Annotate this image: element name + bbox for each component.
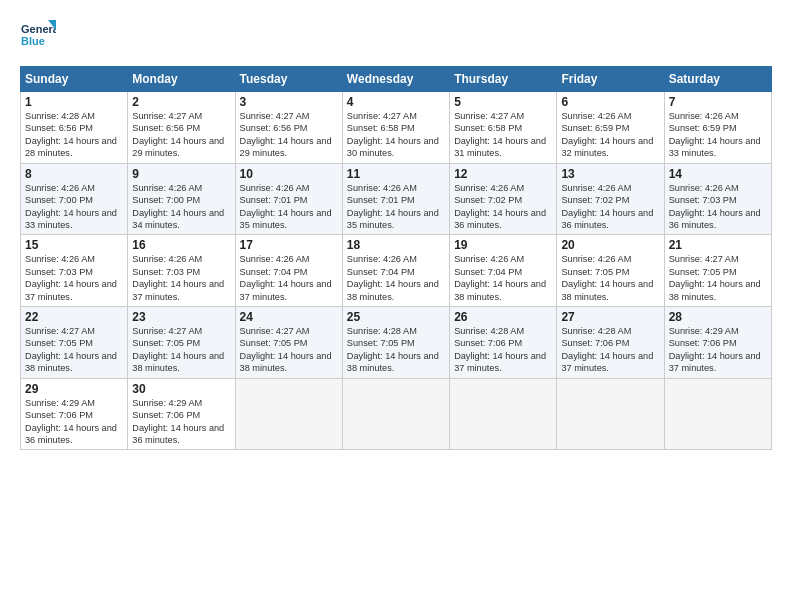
day-detail: Sunrise: 4:26 AM Sunset: 7:03 PM Dayligh… — [669, 182, 767, 232]
calendar-cell: 13Sunrise: 4:26 AM Sunset: 7:02 PM Dayli… — [557, 163, 664, 235]
calendar-cell: 16Sunrise: 4:26 AM Sunset: 7:03 PM Dayli… — [128, 235, 235, 307]
calendar-cell: 1Sunrise: 4:28 AM Sunset: 6:56 PM Daylig… — [21, 92, 128, 164]
day-number: 28 — [669, 310, 767, 324]
day-detail: Sunrise: 4:27 AM Sunset: 6:58 PM Dayligh… — [454, 110, 552, 160]
day-detail: Sunrise: 4:29 AM Sunset: 7:06 PM Dayligh… — [25, 397, 123, 447]
day-detail: Sunrise: 4:27 AM Sunset: 6:56 PM Dayligh… — [132, 110, 230, 160]
day-number: 14 — [669, 167, 767, 181]
day-detail: Sunrise: 4:27 AM Sunset: 7:05 PM Dayligh… — [132, 325, 230, 375]
day-number: 12 — [454, 167, 552, 181]
day-number: 19 — [454, 238, 552, 252]
day-number: 11 — [347, 167, 445, 181]
calendar-cell: 5Sunrise: 4:27 AM Sunset: 6:58 PM Daylig… — [450, 92, 557, 164]
calendar-cell: 20Sunrise: 4:26 AM Sunset: 7:05 PM Dayli… — [557, 235, 664, 307]
day-detail: Sunrise: 4:26 AM Sunset: 6:59 PM Dayligh… — [669, 110, 767, 160]
calendar-body: 1Sunrise: 4:28 AM Sunset: 6:56 PM Daylig… — [21, 92, 772, 450]
day-number: 20 — [561, 238, 659, 252]
calendar-cell: 27Sunrise: 4:28 AM Sunset: 7:06 PM Dayli… — [557, 307, 664, 379]
calendar-cell: 8Sunrise: 4:26 AM Sunset: 7:00 PM Daylig… — [21, 163, 128, 235]
calendar-cell: 18Sunrise: 4:26 AM Sunset: 7:04 PM Dayli… — [342, 235, 449, 307]
day-number: 15 — [25, 238, 123, 252]
page-header: General Blue — [20, 18, 772, 54]
day-number: 13 — [561, 167, 659, 181]
day-detail: Sunrise: 4:27 AM Sunset: 7:05 PM Dayligh… — [669, 253, 767, 303]
calendar-cell: 15Sunrise: 4:26 AM Sunset: 7:03 PM Dayli… — [21, 235, 128, 307]
weekday-header-monday: Monday — [128, 67, 235, 92]
calendar-cell: 2Sunrise: 4:27 AM Sunset: 6:56 PM Daylig… — [128, 92, 235, 164]
calendar-cell: 6Sunrise: 4:26 AM Sunset: 6:59 PM Daylig… — [557, 92, 664, 164]
day-detail: Sunrise: 4:28 AM Sunset: 7:05 PM Dayligh… — [347, 325, 445, 375]
calendar-cell: 9Sunrise: 4:26 AM Sunset: 7:00 PM Daylig… — [128, 163, 235, 235]
calendar-cell: 25Sunrise: 4:28 AM Sunset: 7:05 PM Dayli… — [342, 307, 449, 379]
calendar-cell: 30Sunrise: 4:29 AM Sunset: 7:06 PM Dayli… — [128, 378, 235, 450]
day-detail: Sunrise: 4:26 AM Sunset: 7:00 PM Dayligh… — [25, 182, 123, 232]
svg-text:General: General — [21, 23, 56, 35]
day-detail: Sunrise: 4:26 AM Sunset: 7:02 PM Dayligh… — [561, 182, 659, 232]
day-detail: Sunrise: 4:26 AM Sunset: 7:04 PM Dayligh… — [240, 253, 338, 303]
calendar-cell: 22Sunrise: 4:27 AM Sunset: 7:05 PM Dayli… — [21, 307, 128, 379]
calendar-cell: 4Sunrise: 4:27 AM Sunset: 6:58 PM Daylig… — [342, 92, 449, 164]
day-detail: Sunrise: 4:26 AM Sunset: 7:03 PM Dayligh… — [25, 253, 123, 303]
weekday-header-friday: Friday — [557, 67, 664, 92]
day-detail: Sunrise: 4:28 AM Sunset: 7:06 PM Dayligh… — [561, 325, 659, 375]
calendar-cell: 12Sunrise: 4:26 AM Sunset: 7:02 PM Dayli… — [450, 163, 557, 235]
svg-text:Blue: Blue — [21, 35, 45, 47]
day-detail: Sunrise: 4:26 AM Sunset: 7:00 PM Dayligh… — [132, 182, 230, 232]
day-number: 26 — [454, 310, 552, 324]
day-detail: Sunrise: 4:26 AM Sunset: 7:03 PM Dayligh… — [132, 253, 230, 303]
weekday-header-thursday: Thursday — [450, 67, 557, 92]
day-detail: Sunrise: 4:27 AM Sunset: 6:56 PM Dayligh… — [240, 110, 338, 160]
day-detail: Sunrise: 4:26 AM Sunset: 7:01 PM Dayligh… — [240, 182, 338, 232]
calendar-cell: 11Sunrise: 4:26 AM Sunset: 7:01 PM Dayli… — [342, 163, 449, 235]
calendar-cell: 24Sunrise: 4:27 AM Sunset: 7:05 PM Dayli… — [235, 307, 342, 379]
calendar-cell: 26Sunrise: 4:28 AM Sunset: 7:06 PM Dayli… — [450, 307, 557, 379]
weekday-header-sunday: Sunday — [21, 67, 128, 92]
day-detail: Sunrise: 4:26 AM Sunset: 7:04 PM Dayligh… — [347, 253, 445, 303]
day-detail: Sunrise: 4:29 AM Sunset: 7:06 PM Dayligh… — [669, 325, 767, 375]
calendar-cell — [235, 378, 342, 450]
weekday-header-wednesday: Wednesday — [342, 67, 449, 92]
day-number: 4 — [347, 95, 445, 109]
day-number: 27 — [561, 310, 659, 324]
day-number: 8 — [25, 167, 123, 181]
day-detail: Sunrise: 4:26 AM Sunset: 7:05 PM Dayligh… — [561, 253, 659, 303]
day-number: 10 — [240, 167, 338, 181]
day-number: 7 — [669, 95, 767, 109]
day-number: 21 — [669, 238, 767, 252]
logo-svg: General Blue — [20, 18, 56, 54]
day-number: 1 — [25, 95, 123, 109]
calendar-cell: 7Sunrise: 4:26 AM Sunset: 6:59 PM Daylig… — [664, 92, 771, 164]
day-number: 2 — [132, 95, 230, 109]
day-detail: Sunrise: 4:27 AM Sunset: 6:58 PM Dayligh… — [347, 110, 445, 160]
calendar-cell — [557, 378, 664, 450]
day-detail: Sunrise: 4:28 AM Sunset: 7:06 PM Dayligh… — [454, 325, 552, 375]
day-number: 23 — [132, 310, 230, 324]
calendar-table: SundayMondayTuesdayWednesdayThursdayFrid… — [20, 66, 772, 450]
day-number: 22 — [25, 310, 123, 324]
calendar-cell: 23Sunrise: 4:27 AM Sunset: 7:05 PM Dayli… — [128, 307, 235, 379]
calendar-cell: 21Sunrise: 4:27 AM Sunset: 7:05 PM Dayli… — [664, 235, 771, 307]
weekday-header-saturday: Saturday — [664, 67, 771, 92]
calendar-header-row: SundayMondayTuesdayWednesdayThursdayFrid… — [21, 67, 772, 92]
weekday-header-tuesday: Tuesday — [235, 67, 342, 92]
day-detail: Sunrise: 4:26 AM Sunset: 7:01 PM Dayligh… — [347, 182, 445, 232]
day-number: 16 — [132, 238, 230, 252]
day-detail: Sunrise: 4:26 AM Sunset: 7:04 PM Dayligh… — [454, 253, 552, 303]
calendar-cell: 10Sunrise: 4:26 AM Sunset: 7:01 PM Dayli… — [235, 163, 342, 235]
day-detail: Sunrise: 4:26 AM Sunset: 6:59 PM Dayligh… — [561, 110, 659, 160]
calendar-cell: 19Sunrise: 4:26 AM Sunset: 7:04 PM Dayli… — [450, 235, 557, 307]
calendar-cell: 14Sunrise: 4:26 AM Sunset: 7:03 PM Dayli… — [664, 163, 771, 235]
calendar-cell — [342, 378, 449, 450]
day-number: 17 — [240, 238, 338, 252]
day-detail: Sunrise: 4:27 AM Sunset: 7:05 PM Dayligh… — [25, 325, 123, 375]
calendar-cell: 29Sunrise: 4:29 AM Sunset: 7:06 PM Dayli… — [21, 378, 128, 450]
day-number: 30 — [132, 382, 230, 396]
day-detail: Sunrise: 4:29 AM Sunset: 7:06 PM Dayligh… — [132, 397, 230, 447]
day-detail: Sunrise: 4:27 AM Sunset: 7:05 PM Dayligh… — [240, 325, 338, 375]
day-number: 3 — [240, 95, 338, 109]
calendar-cell: 17Sunrise: 4:26 AM Sunset: 7:04 PM Dayli… — [235, 235, 342, 307]
day-detail: Sunrise: 4:28 AM Sunset: 6:56 PM Dayligh… — [25, 110, 123, 160]
day-number: 24 — [240, 310, 338, 324]
calendar-page: General Blue SundayMondayTuesdayWednesda… — [0, 0, 792, 612]
calendar-cell — [450, 378, 557, 450]
